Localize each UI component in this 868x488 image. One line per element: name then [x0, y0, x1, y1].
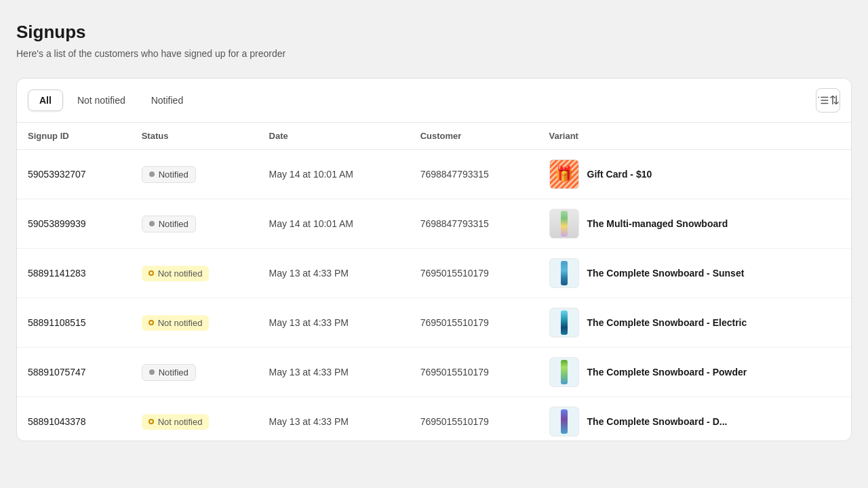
cell-variant: Gift Card - $10 — [538, 150, 851, 199]
page-title: Signups — [16, 22, 852, 43]
cell-signup-id: 58891075747 — [17, 348, 131, 397]
status-badge: Notified — [142, 364, 196, 381]
product-name: The Multi-managed Snowboard — [587, 218, 728, 229]
table-row[interactable]: 58891075747NotifiedMay 13 at 4:33 PM7695… — [17, 348, 851, 397]
cell-variant: The Complete Snowboard - D... — [538, 397, 851, 441]
table-row[interactable]: 59053899939NotifiedMay 14 at 10:01 AM769… — [17, 199, 851, 249]
tab-notified[interactable]: Notified — [140, 89, 195, 111]
status-label: Not notified — [158, 268, 203, 279]
status-label: Not notified — [158, 318, 203, 328]
cell-signup-id: 58891108515 — [17, 298, 131, 348]
cell-status: Notified — [131, 348, 258, 397]
product-thumbnail — [549, 209, 579, 239]
cell-variant: The Complete Snowboard - Electric — [538, 298, 851, 348]
cell-date: May 14 at 10:01 AM — [258, 150, 410, 199]
notified-dot — [149, 369, 155, 375]
not-notified-dot — [149, 320, 154, 325]
tab-not-notified[interactable]: Not notified — [66, 89, 137, 111]
notified-dot — [149, 171, 155, 177]
table-row[interactable]: 58891108515Not notifiedMay 13 at 4:33 PM… — [17, 298, 851, 348]
cell-signup-id: 58891043378 — [17, 397, 131, 441]
cell-date: May 13 at 4:33 PM — [258, 397, 410, 441]
col-signup-id: Signup ID — [17, 123, 131, 150]
product-thumbnail — [549, 258, 579, 288]
product-name: The Complete Snowboard - Powder — [587, 367, 747, 378]
cell-customer: 7695015510179 — [410, 348, 538, 397]
status-badge: Not notified — [142, 266, 210, 281]
cell-date: May 14 at 10:01 AM — [258, 199, 410, 249]
cell-date: May 13 at 4:33 PM — [258, 298, 410, 348]
product-name: Gift Card - $10 — [587, 169, 652, 180]
cell-date: May 13 at 4:33 PM — [258, 249, 410, 298]
product-name: The Complete Snowboard - Electric — [587, 317, 747, 328]
filter-bar: All Not notified Notified ⇅ — [17, 79, 851, 123]
cell-signup-id: 59053932707 — [17, 150, 131, 199]
col-status: Status — [131, 123, 258, 150]
table-row[interactable]: 58891043378Not notifiedMay 13 at 4:33 PM… — [17, 397, 851, 441]
status-label: Notified — [159, 367, 189, 378]
cell-customer: 7695015510179 — [410, 298, 538, 348]
product-thumbnail — [549, 159, 579, 189]
cell-customer: 7698847793315 — [410, 150, 538, 199]
cell-signup-id: 58891141283 — [17, 249, 131, 298]
not-notified-dot — [149, 419, 154, 424]
not-notified-dot — [149, 270, 154, 276]
cell-customer: 7698847793315 — [410, 199, 538, 249]
cell-signup-id: 59053899939 — [17, 199, 131, 249]
cell-status: Notified — [131, 199, 258, 249]
cell-status: Not notified — [131, 249, 258, 298]
cell-customer: 7695015510179 — [410, 249, 538, 298]
cell-variant: The Multi-managed Snowboard — [538, 199, 851, 249]
product-name: The Complete Snowboard - D... — [587, 416, 728, 427]
table-header-row: Signup ID Status Date Customer Variant — [17, 123, 851, 150]
notified-dot — [149, 221, 155, 226]
status-label: Notified — [159, 219, 189, 229]
product-name: The Complete Snowboard - Sunset — [587, 268, 745, 279]
status-badge: Notified — [142, 166, 196, 183]
sort-button[interactable]: ⇅ — [816, 88, 840, 113]
col-customer: Customer — [410, 123, 538, 150]
page-subtitle: Here's a list of the customers who have … — [16, 48, 852, 59]
cell-status: Not notified — [131, 397, 258, 441]
cell-variant: The Complete Snowboard - Powder — [538, 348, 851, 397]
status-label: Not notified — [158, 417, 203, 427]
col-date: Date — [258, 123, 410, 150]
table-row[interactable]: 58891141283Not notifiedMay 13 at 4:33 PM… — [17, 249, 851, 298]
filter-tabs: All Not notified Notified — [28, 89, 195, 111]
status-label: Notified — [159, 169, 189, 180]
tab-all[interactable]: All — [28, 89, 63, 111]
col-variant: Variant — [538, 123, 851, 150]
cell-status: Notified — [131, 150, 258, 199]
table-row[interactable]: 59053932707NotifiedMay 14 at 10:01 AM769… — [17, 150, 851, 199]
signups-table: Signup ID Status Date Customer Variant 5… — [17, 123, 851, 441]
cell-customer: 7695015510179 — [410, 397, 538, 441]
status-badge: Not notified — [142, 315, 210, 331]
product-thumbnail — [549, 308, 579, 338]
status-badge: Notified — [142, 216, 196, 232]
signups-card: All Not notified Notified ⇅ Signup ID — [16, 78, 852, 441]
cell-variant: The Complete Snowboard - Sunset — [538, 249, 851, 298]
status-badge: Not notified — [142, 414, 210, 430]
product-thumbnail — [549, 357, 579, 387]
cell-status: Not notified — [131, 298, 258, 348]
sort-icon — [817, 94, 829, 106]
product-thumbnail — [549, 407, 579, 436]
cell-date: May 13 at 4:33 PM — [258, 348, 410, 397]
